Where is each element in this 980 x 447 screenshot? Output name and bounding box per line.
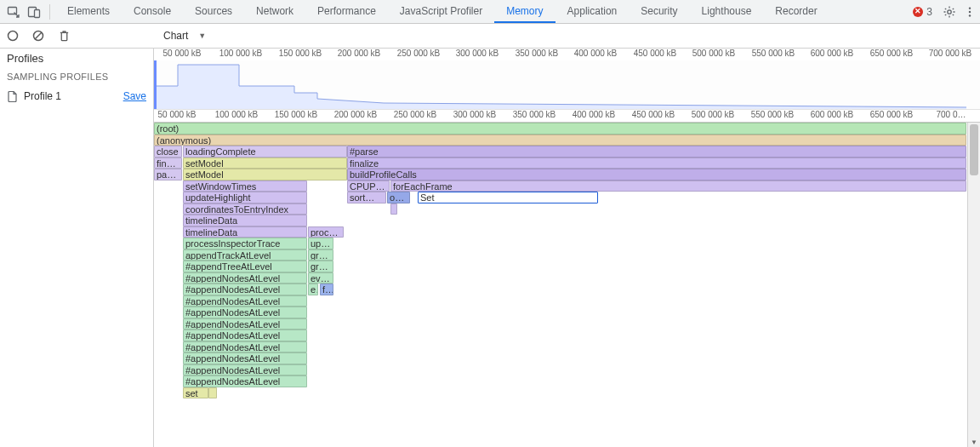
tab-elements[interactable]: Elements <box>55 0 122 23</box>
record-button[interactable] <box>3 26 23 46</box>
flame-bar[interactable]: setWindowTimes <box>183 181 307 192</box>
flame-bar[interactable]: #appendNodesAtLevel <box>183 375 307 387</box>
more-icon[interactable] <box>962 4 977 20</box>
flame-bar[interactable]: setModel <box>183 169 347 181</box>
flame-bar[interactable]: buildProfileCalls <box>347 169 966 181</box>
error-count[interactable]: ✕ 3 <box>913 6 932 18</box>
flame-bar[interactable]: CPUP…del <box>347 181 390 192</box>
delete-button[interactable] <box>54 26 74 46</box>
flame-bar[interactable]: #appendNodesAtLevel <box>183 272 307 284</box>
flame-bar[interactable]: appendTrackAtLevel <box>183 249 307 261</box>
toolbar: Chart ▼ <box>0 24 980 49</box>
tab-sources[interactable]: Sources <box>183 0 244 23</box>
tab-recorder-label: Recorder <box>775 5 817 17</box>
flame-bar[interactable]: timelineData <box>183 226 307 238</box>
flame-bar[interactable]: fin…ce <box>154 158 182 169</box>
clear-button[interactable] <box>28 26 48 46</box>
flame-bar[interactable]: #appendNodesAtLevel <box>183 352 307 364</box>
flame-bar[interactable]: #appendNodesAtLevel <box>183 318 307 330</box>
view-select[interactable]: Chart ▼ <box>158 28 254 43</box>
overview[interactable]: 50 000 kB100 000 kB150 000 kB200 000 kB2… <box>154 49 980 123</box>
ruler-bottom: 50 000 kB100 000 kB150 000 kB200 000 kB2… <box>154 109 980 122</box>
flame-bar[interactable]: updateHighlight <box>183 192 307 203</box>
flame-row: #appendNodesAtLevel <box>154 364 967 376</box>
flame-bar[interactable]: ev…ew <box>308 272 333 284</box>
flame-bar[interactable]: set <box>183 387 208 399</box>
flame-bar[interactable]: #appendNodesAtLevel <box>183 307 307 318</box>
flame-chart[interactable]: (root)(anonymous)closeloadingComplete#pa… <box>154 123 980 447</box>
tab-security[interactable]: Security <box>629 0 689 23</box>
tab-network[interactable]: Network <box>244 0 305 23</box>
flame-row: (root) <box>154 123 967 135</box>
ruler-tick: 350 000 kB <box>516 49 559 58</box>
flame-bar[interactable]: close <box>154 146 182 158</box>
flame-bar[interactable]: gr…ew <box>308 261 333 272</box>
flame-row: #appendNodesAtLevelev…ew <box>154 272 967 284</box>
scrollbar-thumb[interactable] <box>970 124 978 175</box>
inspect-icon[interactable] <box>6 4 21 20</box>
flame-bar[interactable]: (anonymous) <box>154 135 966 146</box>
flame-bar[interactable]: #appendNodesAtLevel <box>183 364 307 376</box>
flame-scroll[interactable]: (root)(anonymous)closeloadingComplete#pa… <box>154 123 967 447</box>
flame-row: #appendNodesAtLevel <box>154 341 967 353</box>
flame-bar[interactable]: #appendNodesAtLevel <box>183 341 307 353</box>
svg-point-4 <box>969 7 971 9</box>
tab-lighthouse[interactable]: Lighthouse <box>690 0 764 23</box>
svg-point-3 <box>948 9 951 13</box>
flame-bar[interactable]: pa…at <box>154 169 182 181</box>
flame-bar[interactable]: #appendTreeAtLevel <box>183 261 307 272</box>
ruler-tick: 650 000 kB <box>870 49 914 58</box>
flame-bar[interactable]: Set <box>418 192 598 203</box>
flame-bar[interactable]: e… <box>308 284 318 295</box>
tab-console[interactable]: Console <box>122 0 183 23</box>
flame-bar[interactable]: proc…ata <box>308 226 344 238</box>
flame-bar[interactable]: timelineData <box>183 215 307 226</box>
ruler-tick: 250 000 kB <box>394 110 437 119</box>
tab-js-profiler[interactable]: JavaScript Profiler <box>388 0 494 23</box>
flame-bar[interactable]: sort…ples <box>347 192 386 203</box>
tab-recorder[interactable]: Recorder <box>763 0 829 23</box>
flame-bar[interactable]: #appendNodesAtLevel <box>183 330 307 341</box>
flame-bar[interactable] <box>208 387 217 399</box>
flame-bar[interactable]: processInspectorTrace <box>183 238 307 249</box>
ruler-tick: 500 000 kB <box>692 110 735 119</box>
flame-row: #appendNodesAtLevel <box>154 352 967 364</box>
flame-bar[interactable]: o…k <box>387 192 410 203</box>
profile-label: Profile 1 <box>24 90 61 102</box>
ruler-tick: 100 000 kB <box>215 110 259 119</box>
flame-bar[interactable]: gro…ts <box>308 249 333 261</box>
tab-application[interactable]: Application <box>556 0 630 23</box>
flame-bar[interactable]: f…r <box>320 284 333 295</box>
sidebar: Profiles SAMPLING PROFILES Profile 1 Sav… <box>0 49 154 447</box>
ruler-top: 50 000 kB100 000 kB150 000 kB200 000 kB2… <box>154 49 980 60</box>
save-link[interactable]: Save <box>123 90 146 102</box>
ruler-tick: 700 0… <box>936 110 966 119</box>
flame-bar[interactable]: #appendNodesAtLevel <box>183 295 307 307</box>
flame-bar[interactable]: loadingComplete <box>183 146 347 158</box>
tab-performance[interactable]: Performance <box>305 0 388 23</box>
range-handle-left[interactable] <box>154 60 157 109</box>
ruler-tick: 250 000 kB <box>397 49 441 58</box>
overview-chart[interactable] <box>154 60 980 109</box>
flame-bar[interactable]: up…up <box>308 238 333 249</box>
flame-bar[interactable]: #parse <box>347 146 966 158</box>
error-icon: ✕ <box>913 7 923 17</box>
flame-bar[interactable]: coordinatesToEntryIndex <box>183 203 307 215</box>
ruler-tick: 550 000 kB <box>752 49 795 58</box>
flame-bar[interactable] <box>390 203 397 215</box>
svg-point-7 <box>9 32 18 41</box>
ruler-tick: 550 000 kB <box>751 110 795 119</box>
flame-scrollbar[interactable]: ▲ ▼ <box>967 123 980 447</box>
tab-memory[interactable]: Memory <box>494 0 555 23</box>
scroll-down-icon[interactable]: ▼ <box>968 437 980 447</box>
flame-bar[interactable]: (root) <box>154 123 966 135</box>
profile-row[interactable]: Profile 1 Save <box>0 87 153 106</box>
flame-bar[interactable]: forEachFrame <box>390 181 966 192</box>
flame-row: setWindowTimesCPUP…delforEachFrame <box>154 181 967 192</box>
settings-icon[interactable] <box>942 4 957 20</box>
flame-bar[interactable]: finalize <box>347 158 966 169</box>
device-toggle-icon[interactable] <box>26 4 42 20</box>
svg-rect-2 <box>35 9 40 17</box>
flame-bar[interactable]: #appendNodesAtLevel <box>183 284 307 295</box>
flame-bar[interactable]: setModel <box>183 158 347 169</box>
